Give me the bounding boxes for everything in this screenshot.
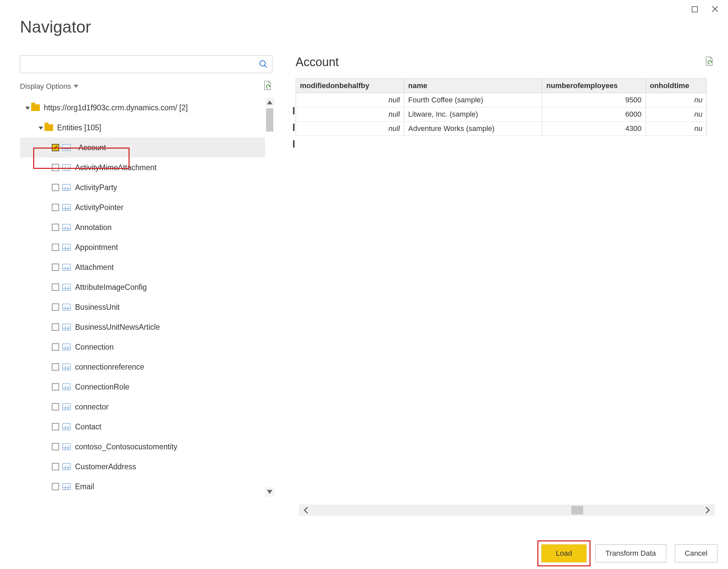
cancel-button[interactable]: Cancel [675,544,717,562]
preview-title: Account [296,55,339,69]
entity-item[interactable]: ActivityParty [20,177,265,197]
col-header[interactable]: onholdtime [646,79,706,93]
svg-rect-0 [692,7,697,12]
entity-label: Connection [75,343,114,352]
col-header[interactable]: numberofemployees [542,79,646,93]
tree-root-node[interactable]: https://org1d1f903c.crm.dynamics.com/ [2… [20,98,265,118]
entity-item[interactable]: ConnectionRole [20,377,265,397]
table-icon [62,344,70,350]
display-options-label: Display Options [20,82,71,91]
entity-label: Email [75,482,94,491]
window-maximize-icon[interactable] [691,5,698,15]
table-icon [62,364,70,370]
search-icon [259,59,268,69]
cell: 4300 [542,122,646,136]
entity-item[interactable]: ActivityPointer [20,197,265,217]
entity-checkbox[interactable] [52,363,59,371]
entity-checkbox[interactable] [52,243,59,251]
table-row: nullAdventure Works (sample)4300nu [296,122,707,136]
entity-checkbox[interactable] [52,443,59,450]
table-icon [62,304,70,311]
entity-label: BusinessUnitNewsArticle [75,323,160,332]
entity-item[interactable]: contoso_Contosocustomentity [20,437,265,457]
entity-item[interactable]: Connection [20,337,265,357]
entity-checkbox[interactable] [52,463,59,470]
svg-line-4 [265,65,267,68]
entity-checkbox[interactable] [52,304,59,311]
entity-label: connector [75,403,109,412]
entity-item[interactable]: AttributeImageConfig [20,277,265,297]
entity-checkbox[interactable] [52,483,59,490]
col-header[interactable]: modifiedonbehalfby [296,79,404,93]
highlight-account-row [33,147,130,169]
scroll-right-icon[interactable] [704,506,711,514]
scrollbar-thumb[interactable] [571,506,583,515]
entity-label: ActivityPointer [75,203,124,212]
cell: nu [646,122,706,136]
entity-item[interactable]: Attachment [20,257,265,277]
entity-item[interactable]: BusinessUnit [20,297,265,317]
entity-item[interactable]: connectionreference [20,357,265,377]
scrollbar-thumb[interactable] [266,108,273,132]
entity-checkbox[interactable] [52,184,59,191]
preview-pane: Account modifiedonbehalfby name numberof… [296,55,714,136]
entity-label: AttributeImageConfig [75,283,147,292]
entity-item[interactable]: connector [20,397,265,417]
scroll-left-icon[interactable] [303,506,310,514]
table-icon [62,404,70,410]
scroll-up-icon[interactable] [265,98,274,107]
table-icon [62,424,70,430]
table-icon [62,224,70,231]
entity-item[interactable]: Appointment [20,237,265,257]
entity-label: connectionreference [75,363,144,372]
preview-hscrollbar[interactable] [299,505,715,516]
entity-item[interactable]: BusinessUnitNewsArticle [20,317,265,337]
new-query-icon[interactable] [263,80,272,92]
table-icon [62,324,70,331]
search-input[interactable] [20,55,272,73]
entity-checkbox[interactable] [52,423,59,430]
svg-marker-7 [267,100,272,104]
table-header-row: modifiedonbehalfby name numberofemployee… [296,79,707,93]
entity-checkbox[interactable] [52,224,59,231]
entity-item[interactable]: Annotation [20,217,265,237]
table-icon [62,483,70,490]
folder-icon [45,124,53,131]
col-header[interactable]: name [404,79,542,93]
tree-entities-label: Entities [105] [57,123,101,132]
transform-data-button[interactable]: Transform Data [595,544,666,562]
caret-down-icon [39,127,43,130]
entity-label: Attachment [75,263,114,272]
svg-marker-8 [267,490,272,494]
caret-down-icon [25,107,30,110]
entity-checkbox[interactable] [52,324,59,331]
cell: Fourth Coffee (sample) [404,93,542,107]
entity-label: Appointment [75,243,118,252]
entity-checkbox[interactable] [52,383,59,391]
entity-checkbox[interactable] [52,343,59,351]
entity-item[interactable]: Contact [20,417,265,437]
refresh-preview-icon[interactable] [705,56,714,68]
scroll-down-icon[interactable] [265,487,274,497]
entity-checkbox[interactable] [52,263,59,271]
entity-checkbox[interactable] [52,204,59,211]
cell: Adventure Works (sample) [404,122,542,136]
display-options-dropdown[interactable]: Display Options [20,82,78,91]
cell: nu [646,93,706,107]
table-icon [62,204,70,211]
entity-item[interactable]: Email [20,477,265,497]
table-icon [62,443,70,450]
tree-root-label: https://org1d1f903c.crm.dynamics.com/ [2… [44,103,188,112]
entity-checkbox[interactable] [52,403,59,411]
entity-item[interactable]: CustomerAddress [20,457,265,477]
tree-scrollbar[interactable] [265,98,274,497]
svg-marker-5 [74,85,78,88]
table-icon [62,244,70,250]
folder-icon [31,104,40,111]
entity-checkbox[interactable] [52,283,59,291]
table-icon [62,384,70,390]
dialog-title: Navigator [20,17,91,37]
window-close-icon[interactable] [711,5,719,15]
tree-entities-node[interactable]: Entities [105] [20,118,265,138]
cell: 6000 [542,107,646,122]
